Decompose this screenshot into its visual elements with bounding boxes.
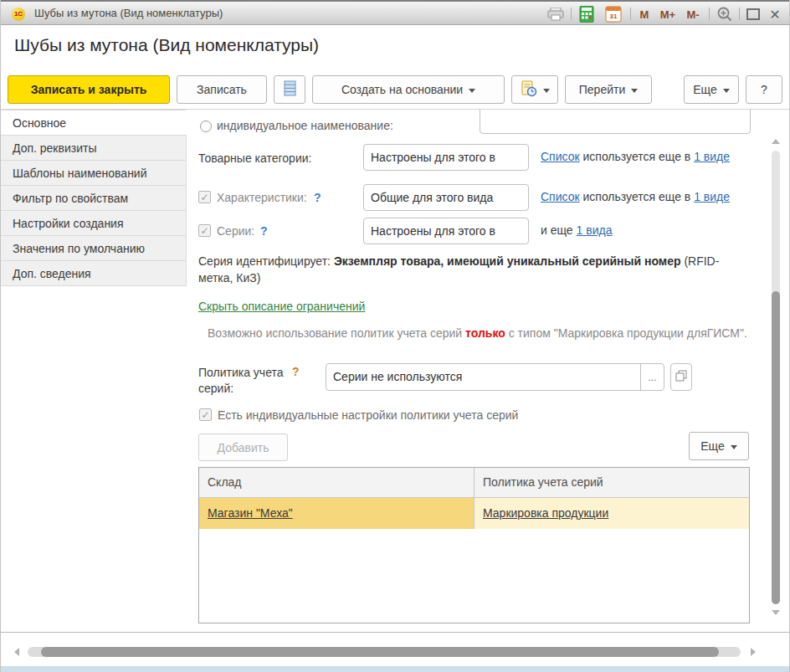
titlebar-separator <box>709 8 710 20</box>
policy-help-icon[interactable]: ? <box>292 365 300 378</box>
goto-button[interactable]: Перейти <box>565 75 652 104</box>
characteristics-label: Характеристики: <box>217 191 307 204</box>
individual-name-label: индивидуальное наименование: <box>217 119 393 132</box>
warehouse-policy-table: Склад Политика учета серий Магазин "Меха… <box>198 467 750 623</box>
series-identifies-text: Серия идентифицирует: Экземпляр товара, … <box>198 253 746 286</box>
series-input[interactable] <box>363 218 529 244</box>
warning-part2: с типом "Маркировка продукции дляГИСМ". <box>505 326 747 340</box>
individual-name-radio[interactable] <box>200 121 212 132</box>
close-icon[interactable]: ✕ <box>766 5 784 23</box>
svg-text:31: 31 <box>610 13 618 20</box>
sidebar-item-main[interactable]: Основное <box>1 110 187 136</box>
more-button-table[interactable]: Еще <box>689 432 749 460</box>
product-categories-label: Товарные категории: <box>198 151 311 165</box>
form-content: индивидуальное наименование: Товарные ка… <box>187 110 767 632</box>
series-policy-warning: Возможно использование политик учета сер… <box>208 325 756 342</box>
zoom-in-icon[interactable] <box>714 5 736 23</box>
series-help-icon[interactable]: ? <box>260 224 268 238</box>
reminder-button[interactable] <box>511 75 558 104</box>
scroll-down-arrow[interactable] <box>772 610 780 615</box>
help-button[interactable]: ? <box>746 75 782 104</box>
calculator-icon[interactable] <box>577 5 597 23</box>
memory-subtract-button[interactable]: M- <box>682 5 704 23</box>
series-identifies-bold: Экземпляр товара, имеющий уникальный сер… <box>334 254 681 268</box>
one-type-link[interactable]: 1 виде <box>694 150 730 163</box>
goto-label: Перейти <box>579 83 625 96</box>
app-window: 1С Шубы из мутона (Вид номенклатуры) 31 <box>0 0 790 672</box>
sidebar-item-name-templates[interactable]: Шаблоны наименований <box>1 161 187 186</box>
open-icon <box>675 370 687 385</box>
characteristics-help-icon[interactable]: ? <box>314 191 321 204</box>
hide-restrictions-link[interactable]: Скрыть описание ограничений <box>198 300 365 313</box>
warehouse-link[interactable]: Магазин "Меха" <box>208 506 293 520</box>
add-label: Добавить <box>218 441 269 454</box>
list-link[interactable]: Список <box>541 190 580 203</box>
window-bottom-edge <box>1 666 790 672</box>
create-based-on-button[interactable]: Создать на основании <box>312 75 505 104</box>
page-title: Шубы из мутона (Вид номенклатуры) <box>14 35 319 55</box>
calendar-icon[interactable]: 31 <box>603 5 623 23</box>
policy-cell[interactable]: Маркировка продукции <box>474 498 749 529</box>
list-link[interactable]: Список <box>541 150 580 163</box>
scroll-left-arrow[interactable] <box>14 648 19 656</box>
chevron-down-icon <box>543 89 550 93</box>
more-button-toolbar[interactable]: Еще <box>684 75 739 104</box>
characteristics-links: Список используется еще в 1 виде <box>541 190 730 203</box>
series-label: Серии: <box>217 224 254 238</box>
sidebar-item-default-values[interactable]: Значения по умолчанию <box>1 236 187 261</box>
sidebar-item-creation-settings[interactable]: Настройки создания <box>1 211 187 236</box>
choose-button[interactable]: ... <box>640 364 664 390</box>
memory-add-button[interactable]: M+ <box>657 5 679 23</box>
individual-name-input[interactable] <box>480 110 751 134</box>
document-clock-icon <box>521 80 537 100</box>
save-close-label: Записать и закрыть <box>31 83 147 96</box>
policy-field[interactable]: Серии не используются ... <box>326 363 664 391</box>
save-button[interactable]: Записать <box>177 75 267 104</box>
product-categories-input[interactable] <box>363 144 529 171</box>
more-table-label: Еще <box>700 439 725 453</box>
title-bar: 1С Шубы из мутона (Вид номенклатуры) 31 <box>1 0 790 25</box>
one-type-link[interactable]: 1 вида <box>577 223 613 237</box>
bottom-divider <box>1 632 790 633</box>
characteristics-checkbox: ✓ <box>198 191 211 203</box>
scroll-up-arrow[interactable] <box>772 139 780 144</box>
warning-emphasis: только <box>465 326 505 340</box>
structure-list-button[interactable] <box>274 75 305 104</box>
add-button: Добавить <box>198 433 288 461</box>
series-identifies-prefix: Серия идентифицирует: <box>198 254 334 268</box>
1c-logo-icon: 1С <box>12 8 25 21</box>
memory-recall-button[interactable]: M <box>637 5 652 23</box>
column-header-policy[interactable]: Политика учета серий <box>474 468 749 497</box>
maximize-icon[interactable] <box>744 5 762 23</box>
scroll-right-arrow[interactable] <box>751 648 756 656</box>
series-links: и еще 1 вида <box>541 223 612 237</box>
policy-link[interactable]: Маркировка продукции <box>483 506 608 520</box>
warning-part1: Возможно использование политик учета сер… <box>208 326 465 340</box>
save-label: Записать <box>197 83 247 96</box>
titlebar-separator <box>630 8 631 20</box>
help-label: ? <box>761 83 767 96</box>
individual-settings-label: Есть индивидуальные настройки политики у… <box>218 408 518 422</box>
policy-value: Серии не используются <box>326 364 640 390</box>
print-icon[interactable] <box>545 5 567 23</box>
characteristics-input[interactable] <box>363 184 529 211</box>
titlebar-separator <box>739 8 740 20</box>
column-header-warehouse[interactable]: Склад <box>199 468 474 497</box>
create-based-on-label: Создать на основании <box>341 83 463 96</box>
used-in-text: используется еще в <box>580 190 695 203</box>
chevron-down-icon <box>723 89 730 93</box>
open-button[interactable] <box>670 363 692 391</box>
sidebar-item-property-filter[interactable]: Фильтр по свойствам <box>1 186 187 211</box>
save-close-button[interactable]: Записать и закрыть <box>8 75 170 104</box>
titlebar-separator <box>571 8 572 20</box>
policy-label: Политика учета серий: <box>198 365 289 397</box>
sidebar-item-additional-info[interactable]: Доп. сведения <box>1 261 187 286</box>
one-type-link[interactable]: 1 виде <box>694 190 730 203</box>
chevron-down-icon <box>469 89 475 93</box>
warehouse-cell[interactable]: Магазин "Меха" <box>199 498 474 529</box>
horizontal-scrollbar-thumb[interactable] <box>41 647 719 657</box>
table-row[interactable]: Магазин "Меха" Маркировка продукции <box>199 498 749 529</box>
sidebar-item-additional-attributes[interactable]: Доп. реквизиты <box>1 136 187 161</box>
chevron-down-icon <box>631 89 638 93</box>
vertical-scrollbar-thumb[interactable] <box>772 291 780 604</box>
